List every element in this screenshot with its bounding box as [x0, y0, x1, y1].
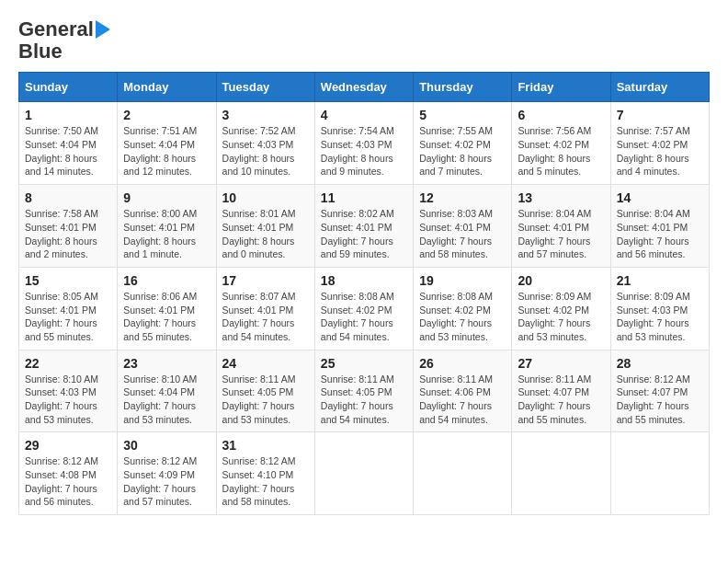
sunrise-time: Sunrise: 8:06 AM [123, 291, 197, 302]
sunset-time: Sunset: 4:04 PM [123, 386, 195, 397]
calendar-cell: 28 Sunrise: 8:12 AM Sunset: 4:07 PM Dayl… [610, 350, 709, 432]
sunrise-time: Sunrise: 8:08 AM [419, 291, 493, 302]
sunrise-time: Sunrise: 8:11 AM [321, 373, 394, 385]
sunset-time: Sunset: 4:06 PM [419, 386, 491, 397]
logo-text-general: General [18, 18, 94, 40]
day-info: Sunrise: 7:51 AM Sunset: 4:04 PM Dayligh… [123, 124, 210, 178]
calendar-cell: 22 Sunrise: 8:10 AM Sunset: 4:03 PM Dayl… [19, 350, 118, 432]
day-info: Sunrise: 8:05 AM Sunset: 4:01 PM Dayligh… [25, 290, 111, 344]
day-info: Sunrise: 8:12 AM Sunset: 4:08 PM Dayligh… [25, 454, 111, 509]
sunset-time: Sunset: 4:01 PM [321, 222, 392, 233]
day-number: 10 [222, 190, 309, 205]
calendar-cell: 7 Sunrise: 7:57 AM Sunset: 4:02 PM Dayli… [610, 102, 709, 185]
day-number: 3 [222, 108, 309, 122]
sunrise-time: Sunrise: 8:09 AM [518, 291, 591, 302]
sunrise-time: Sunrise: 7:55 AM [419, 125, 493, 136]
sunset-time: Sunset: 4:08 PM [25, 469, 97, 480]
daylight-hours: Daylight: 7 hours and 58 minutes. [222, 483, 295, 508]
weekday-header: Wednesday [314, 73, 413, 102]
calendar-cell: 1 Sunrise: 7:50 AM Sunset: 4:04 PM Dayli… [19, 102, 118, 185]
calendar-cell: 21 Sunrise: 8:09 AM Sunset: 4:03 PM Dayl… [610, 267, 709, 350]
day-number: 18 [321, 273, 407, 288]
daylight-hours: Daylight: 7 hours and 58 minutes. [419, 236, 492, 260]
calendar-table: SundayMondayTuesdayWednesdayThursdayFrid… [18, 72, 710, 515]
sunrise-time: Sunrise: 8:12 AM [617, 373, 690, 385]
day-info: Sunrise: 8:01 AM Sunset: 4:01 PM Dayligh… [222, 207, 309, 261]
day-info: Sunrise: 7:50 AM Sunset: 4:04 PM Dayligh… [25, 124, 111, 178]
daylight-hours: Daylight: 7 hours and 54 minutes. [419, 400, 492, 425]
sunset-time: Sunset: 4:04 PM [25, 139, 97, 150]
daylight-hours: Daylight: 8 hours and 7 minutes. [419, 153, 492, 178]
daylight-hours: Daylight: 7 hours and 55 minutes. [617, 400, 689, 425]
sunset-time: Sunset: 4:01 PM [617, 222, 688, 233]
sunset-time: Sunset: 4:02 PM [419, 139, 491, 150]
calendar-cell: 19 Sunrise: 8:08 AM Sunset: 4:02 PM Dayl… [414, 267, 512, 350]
daylight-hours: Daylight: 7 hours and 53 minutes. [123, 400, 196, 425]
day-number: 26 [419, 356, 506, 371]
day-number: 13 [518, 190, 604, 205]
calendar-cell: 16 Sunrise: 8:06 AM Sunset: 4:01 PM Dayl… [118, 267, 216, 350]
sunrise-time: Sunrise: 7:54 AM [321, 125, 394, 136]
sunrise-time: Sunrise: 7:56 AM [518, 125, 591, 136]
weekday-header: Monday [118, 73, 216, 102]
sunset-time: Sunset: 4:02 PM [321, 304, 392, 316]
sunrise-time: Sunrise: 8:07 AM [222, 291, 296, 302]
day-number: 16 [123, 273, 210, 288]
daylight-hours: Daylight: 7 hours and 55 minutes. [123, 317, 196, 342]
sunrise-time: Sunrise: 8:11 AM [222, 373, 296, 385]
day-info: Sunrise: 8:07 AM Sunset: 4:01 PM Dayligh… [222, 290, 309, 344]
daylight-hours: Daylight: 8 hours and 0 minutes. [222, 236, 295, 260]
daylight-hours: Daylight: 8 hours and 14 minutes. [25, 153, 97, 178]
day-number: 12 [419, 190, 506, 205]
daylight-hours: Daylight: 7 hours and 57 minutes. [518, 236, 590, 260]
day-info: Sunrise: 8:04 AM Sunset: 4:01 PM Dayligh… [617, 207, 703, 261]
sunrise-time: Sunrise: 8:09 AM [617, 291, 690, 302]
sunset-time: Sunset: 4:05 PM [222, 386, 294, 397]
day-number: 31 [222, 438, 309, 453]
calendar-cell: 11 Sunrise: 8:02 AM Sunset: 4:01 PM Dayl… [314, 185, 413, 268]
daylight-hours: Daylight: 7 hours and 53 minutes. [25, 400, 97, 425]
sunrise-time: Sunrise: 8:03 AM [419, 208, 493, 219]
calendar-cell: 15 Sunrise: 8:05 AM Sunset: 4:01 PM Dayl… [19, 267, 118, 350]
daylight-hours: Daylight: 7 hours and 54 minutes. [222, 317, 295, 342]
day-number: 23 [123, 356, 210, 371]
day-info: Sunrise: 8:11 AM Sunset: 4:07 PM Dayligh… [518, 373, 604, 427]
sunrise-time: Sunrise: 8:02 AM [321, 208, 394, 219]
weekday-header: Saturday [610, 73, 709, 102]
sunset-time: Sunset: 4:09 PM [123, 469, 195, 480]
calendar-cell: 13 Sunrise: 8:04 AM Sunset: 4:01 PM Dayl… [512, 185, 610, 268]
day-info: Sunrise: 8:10 AM Sunset: 4:04 PM Dayligh… [123, 373, 210, 427]
sunset-time: Sunset: 4:01 PM [419, 222, 491, 233]
daylight-hours: Daylight: 7 hours and 54 minutes. [321, 317, 393, 342]
sunrise-time: Sunrise: 8:10 AM [25, 373, 98, 385]
sunset-time: Sunset: 4:03 PM [321, 139, 392, 150]
day-number: 2 [123, 108, 210, 122]
calendar-cell: 8 Sunrise: 7:58 AM Sunset: 4:01 PM Dayli… [19, 185, 118, 268]
sunset-time: Sunset: 4:01 PM [25, 222, 97, 233]
sunrise-time: Sunrise: 7:58 AM [25, 208, 98, 219]
day-info: Sunrise: 7:58 AM Sunset: 4:01 PM Dayligh… [25, 207, 111, 261]
sunset-time: Sunset: 4:02 PM [419, 304, 491, 316]
sunrise-time: Sunrise: 8:01 AM [222, 208, 296, 219]
daylight-hours: Daylight: 8 hours and 5 minutes. [518, 153, 590, 178]
day-number: 19 [419, 273, 506, 288]
day-info: Sunrise: 8:09 AM Sunset: 4:02 PM Dayligh… [518, 290, 604, 344]
daylight-hours: Daylight: 7 hours and 53 minutes. [419, 317, 492, 342]
sunset-time: Sunset: 4:01 PM [222, 222, 294, 233]
calendar-cell: 14 Sunrise: 8:04 AM Sunset: 4:01 PM Dayl… [610, 185, 709, 268]
day-info: Sunrise: 7:52 AM Sunset: 4:03 PM Dayligh… [222, 124, 309, 178]
daylight-hours: Daylight: 7 hours and 55 minutes. [25, 317, 97, 342]
sunset-time: Sunset: 4:01 PM [123, 222, 195, 233]
sunset-time: Sunset: 4:03 PM [222, 139, 294, 150]
calendar-cell: 20 Sunrise: 8:09 AM Sunset: 4:02 PM Dayl… [512, 267, 610, 350]
sunset-time: Sunset: 4:07 PM [518, 386, 589, 397]
day-number: 4 [321, 108, 407, 122]
calendar-cell [610, 432, 709, 515]
day-number: 9 [123, 190, 210, 205]
daylight-hours: Daylight: 7 hours and 55 minutes. [518, 400, 590, 425]
calendar-cell: 2 Sunrise: 7:51 AM Sunset: 4:04 PM Dayli… [118, 102, 216, 185]
calendar-body: 1 Sunrise: 7:50 AM Sunset: 4:04 PM Dayli… [19, 102, 710, 515]
day-number: 6 [518, 108, 604, 122]
calendar-cell: 17 Sunrise: 8:07 AM Sunset: 4:01 PM Dayl… [216, 267, 314, 350]
daylight-hours: Daylight: 8 hours and 2 minutes. [25, 236, 97, 260]
